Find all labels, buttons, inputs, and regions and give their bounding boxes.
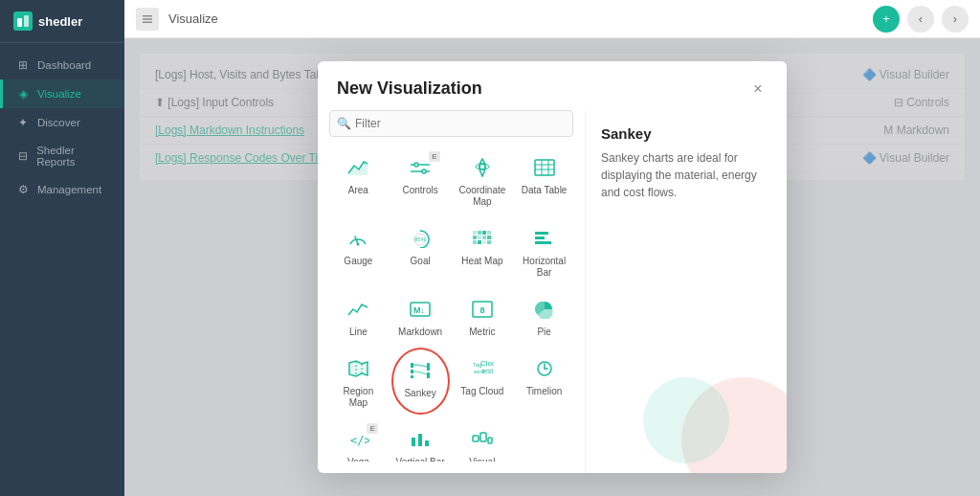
svg-rect-29 [473,240,477,244]
viz-item-metric[interactable]: 8 Metric [454,288,512,344]
viz-line-label: Line [349,327,368,338]
svg-rect-44 [411,375,413,378]
svg-rect-60 [488,438,492,443]
sidebar-item-visualize[interactable]: ◈ Visualize [0,79,124,108]
viz-item-line[interactable]: Line [329,288,388,344]
viz-item-heat-map[interactable]: Heat Map [454,217,512,284]
svg-rect-23 [482,231,486,235]
nav-next-button[interactable]: › [942,6,969,33]
sidebar-item-management[interactable]: ⚙ Management [0,175,124,204]
viz-item-controls[interactable]: E Controls [391,147,450,214]
viz-item-timelion[interactable]: Timelion [515,348,573,415]
modal-overlay[interactable]: New Visualization × 🔍 [124,38,980,496]
svg-rect-32 [487,240,491,244]
data-table-icon [531,154,558,181]
viz-heat-map-label: Heat Map [461,256,502,267]
svg-rect-3 [143,18,152,20]
svg-rect-58 [473,436,479,441]
svg-text:text: text [482,368,493,374]
topbar-nav-icon[interactable] [136,8,159,31]
line-icon [345,296,371,323]
svg-rect-55 [412,438,415,446]
viz-item-vega[interactable]: E </> Vega [329,418,388,462]
viz-horizontal-bar-label: Horizontal Bar [519,256,569,279]
svg-rect-1 [24,15,29,27]
nav-prev-button[interactable]: ‹ [907,6,934,33]
viz-item-horizontal-bar[interactable]: Horizontal Bar [515,217,573,284]
svg-rect-46 [427,372,430,378]
svg-rect-45 [427,363,430,371]
viz-item-vertical-bar[interactable]: Vertical Bar [391,418,450,462]
viz-data-table-label: Data Table [522,185,568,196]
discover-icon: ✦ [16,116,30,129]
viz-item-tag-cloud[interactable]: TagCloudwordtext Tag Cloud [454,348,512,415]
close-button[interactable]: × [748,79,768,99]
svg-rect-35 [535,241,551,244]
viz-item-pie[interactable]: Pie [515,288,573,344]
logo: shedler [0,0,124,43]
svg-rect-4 [143,21,152,23]
sidebar-item-management-label: Management [37,184,101,195]
reports-icon: ⊟ [16,149,29,163]
timelion-icon [531,355,558,382]
sidebar-item-shedler-reports[interactable]: ⊟ Shedler Reports [0,137,124,175]
svg-point-9 [422,169,426,173]
tag-cloud-icon: TagCloudwordtext [469,355,496,382]
modal-left-panel: 🔍 Area [318,110,586,473]
svg-text:8: 8 [479,305,484,315]
modal-right-panel: Sankey Sankey charts are ideal for displ… [586,110,787,473]
markdown-icon: M↓ [407,296,434,323]
selected-viz-desc: Sankey charts are ideal for displaying t… [601,149,771,201]
visualize-icon: ◈ [16,87,30,101]
viz-coordinate-map-label: Coordinate Map [457,185,508,208]
viz-markdown-label: Markdown [398,327,442,338]
filter-input[interactable] [329,110,573,137]
viz-visual-builder-label: Visual Builder [457,457,508,462]
viz-gauge-label: Gauge [344,256,372,267]
svg-rect-21 [473,231,477,235]
svg-point-13 [476,164,489,169]
viz-item-goal[interactable]: 85% Goal [391,217,450,284]
viz-item-gauge[interactable]: Gauge [329,217,388,284]
svg-rect-34 [535,237,545,239]
sidebar-item-reports-label: Shedler Reports [36,145,111,168]
heat-map-icon [469,225,496,252]
vega-badge: E [367,423,377,434]
modal-title: New Visualization [337,79,482,99]
viz-item-visual-builder[interactable]: Visual Builder [454,418,512,462]
viz-item-markdown[interactable]: M↓ Markdown [391,288,450,344]
selected-viz-title: Sankey [601,125,771,142]
svg-rect-59 [480,433,486,441]
viz-area-label: Area [348,185,368,196]
filter-wrap: 🔍 [329,110,573,137]
coordinate-map-icon [469,154,496,181]
svg-text:M↓: M↓ [413,305,425,315]
svg-rect-57 [425,440,429,446]
logo-text: shedler [38,14,82,29]
visual-builder-icon [469,426,496,453]
topbar-title: Visualize [168,11,218,26]
svg-point-6 [414,163,418,167]
viz-item-sankey[interactable]: Sankey [391,348,450,415]
controls-badge: E [429,151,439,162]
svg-rect-0 [17,18,22,27]
sidebar-item-discover[interactable]: ✦ Discover [0,108,124,137]
sidebar: shedler ⊞ Dashboard ◈ Visualize ✦ Discov… [0,0,124,496]
pie-icon [531,296,558,323]
svg-rect-25 [473,236,477,239]
svg-rect-33 [535,232,548,235]
viz-item-region-map[interactable]: Region Map [329,348,388,415]
sankey-icon [407,357,434,384]
svg-rect-26 [478,236,481,239]
add-button[interactable]: + [873,6,900,33]
metric-icon: 8 [469,296,496,323]
viz-item-data-table[interactable]: Data Table [515,147,573,214]
svg-rect-28 [487,236,491,239]
viz-item-area[interactable]: Area [329,147,388,214]
viz-controls-label: Controls [403,185,438,196]
viz-item-coordinate-map[interactable]: Coordinate Map [454,147,512,214]
sidebar-item-dashboard[interactable]: ⊞ Dashboard [0,51,124,79]
svg-rect-22 [478,231,481,235]
horizontal-bar-icon [531,225,558,252]
management-icon: ⚙ [16,183,30,196]
